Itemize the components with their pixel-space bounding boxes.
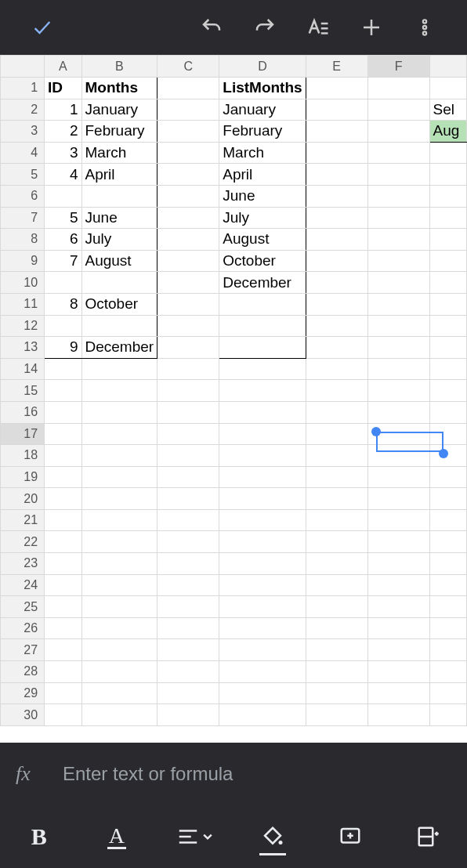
cell[interactable]: 7 (45, 250, 81, 272)
cell[interactable] (219, 401, 306, 423)
col-header-e[interactable]: E (306, 56, 367, 78)
cell[interactable] (81, 380, 157, 402)
cell[interactable] (367, 380, 429, 402)
cell[interactable]: March (81, 142, 157, 164)
cell[interactable] (45, 553, 81, 575)
cell[interactable] (45, 358, 81, 380)
cell[interactable] (157, 315, 219, 337)
cell[interactable] (367, 445, 429, 467)
cell[interactable] (219, 488, 306, 510)
cell[interactable] (306, 531, 367, 553)
cell[interactable] (157, 596, 219, 618)
cell[interactable] (306, 380, 367, 402)
row-header[interactable]: 4 (1, 142, 45, 164)
cell[interactable] (367, 99, 429, 121)
cell[interactable] (81, 661, 157, 683)
cell[interactable] (157, 337, 219, 359)
cell[interactable]: August (81, 250, 157, 272)
cell[interactable] (367, 337, 429, 359)
cell[interactable] (306, 121, 367, 143)
cell[interactable] (157, 99, 219, 121)
insert-comment-button[interactable] (323, 813, 378, 860)
cell[interactable] (367, 250, 429, 272)
cell[interactable]: October (81, 293, 157, 315)
cell[interactable]: 9 (45, 337, 81, 359)
cell[interactable] (367, 682, 429, 704)
row-header[interactable]: 17 (1, 423, 45, 445)
cell[interactable] (429, 639, 466, 661)
cell[interactable] (429, 466, 466, 488)
cell[interactable] (157, 617, 219, 639)
cell[interactable] (306, 337, 367, 359)
col-header-a[interactable]: A (45, 56, 81, 78)
cell[interactable] (157, 121, 219, 143)
cell[interactable] (157, 78, 219, 99)
cell[interactable] (219, 596, 306, 618)
formula-input-placeholder[interactable]: Enter text or formula (63, 763, 233, 785)
row-header[interactable]: 22 (1, 531, 45, 553)
cell[interactable]: January (81, 99, 157, 121)
cell[interactable]: ID (45, 78, 81, 99)
cell[interactable] (429, 488, 466, 510)
cell[interactable] (45, 639, 81, 661)
cell[interactable] (45, 185, 81, 207)
row-header[interactable]: 26 (1, 617, 45, 639)
cell[interactable]: October (219, 250, 306, 272)
cell[interactable] (306, 639, 367, 661)
cell[interactable] (429, 164, 466, 186)
cell[interactable] (429, 531, 466, 553)
cell[interactable] (367, 185, 429, 207)
fill-color-button[interactable] (245, 813, 300, 860)
cell[interactable]: January (219, 99, 306, 121)
cell[interactable] (45, 574, 81, 596)
cell[interactable] (45, 272, 81, 294)
cell[interactable] (81, 488, 157, 510)
cell[interactable] (306, 229, 367, 251)
cell[interactable] (157, 358, 219, 380)
cell[interactable] (367, 574, 429, 596)
cell[interactable] (45, 682, 81, 704)
cell[interactable]: April (81, 164, 157, 186)
cell[interactable] (367, 488, 429, 510)
cell[interactable] (45, 488, 81, 510)
selection-handle-tl[interactable] (371, 427, 381, 436)
row-header[interactable]: 10 (1, 272, 45, 294)
cell[interactable] (429, 380, 466, 402)
cell[interactable] (219, 337, 306, 359)
cell[interactable] (367, 229, 429, 251)
row-header[interactable]: 30 (1, 704, 45, 726)
cell[interactable]: 5 (45, 207, 81, 229)
cell[interactable] (157, 531, 219, 553)
cell[interactable]: 6 (45, 229, 81, 251)
row-header[interactable]: 3 (1, 121, 45, 143)
cell[interactable] (306, 682, 367, 704)
cell[interactable] (157, 466, 219, 488)
cell[interactable] (81, 185, 157, 207)
cell[interactable] (306, 661, 367, 683)
cell[interactable] (367, 164, 429, 186)
cell[interactable] (81, 423, 157, 445)
cell[interactable] (306, 596, 367, 618)
cell[interactable]: February (219, 121, 306, 143)
cell[interactable]: 4 (45, 164, 81, 186)
cell[interactable] (306, 315, 367, 337)
row-header[interactable]: 20 (1, 488, 45, 510)
cell[interactable] (157, 380, 219, 402)
cell[interactable] (429, 315, 466, 337)
cell[interactable] (306, 293, 367, 315)
cell[interactable]: 2 (45, 121, 81, 143)
undo-button[interactable] (185, 4, 238, 51)
cell[interactable] (157, 229, 219, 251)
row-header[interactable]: 13 (1, 337, 45, 359)
cell[interactable] (157, 164, 219, 186)
cell[interactable] (367, 466, 429, 488)
cell[interactable] (219, 704, 306, 726)
cell[interactable] (81, 272, 157, 294)
cell[interactable] (157, 207, 219, 229)
cell[interactable] (306, 553, 367, 575)
cell[interactable] (306, 272, 367, 294)
cell[interactable] (306, 445, 367, 467)
cell[interactable]: February (81, 121, 157, 143)
cell[interactable] (219, 466, 306, 488)
cell[interactable] (429, 250, 466, 272)
